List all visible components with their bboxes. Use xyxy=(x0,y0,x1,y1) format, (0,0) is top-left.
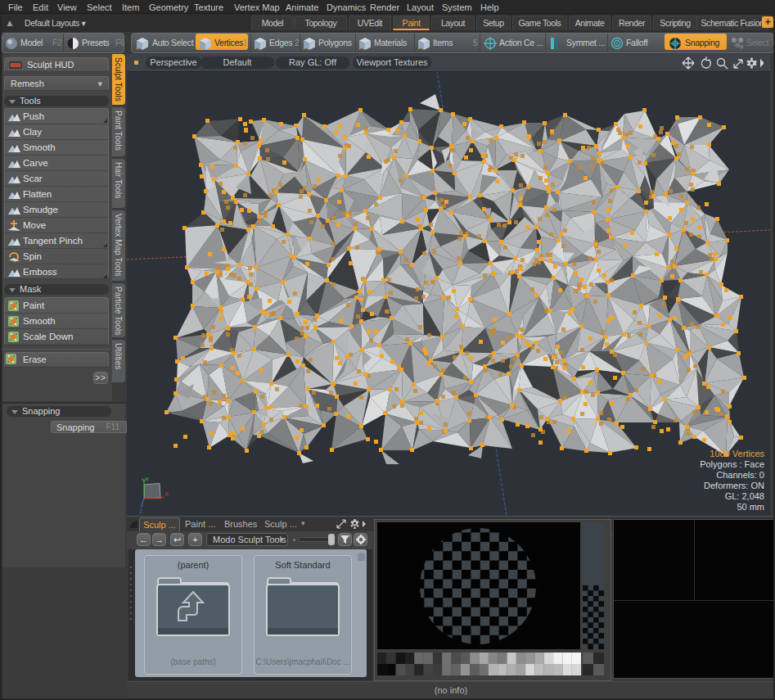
svg-text:Z: Z xyxy=(139,508,143,514)
svg-text:Y: Y xyxy=(146,476,150,483)
svg-text:X: X xyxy=(164,490,169,498)
